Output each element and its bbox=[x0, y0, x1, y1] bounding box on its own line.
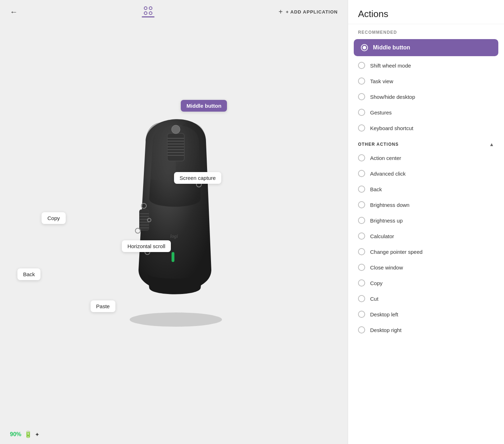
svg-point-0 bbox=[130, 312, 222, 327]
action-label-show-hide-desktop: Show/hide desktop bbox=[370, 94, 415, 100]
other-actions-title: OTHER ACTIONS bbox=[358, 142, 399, 147]
copy-label-text: Copy bbox=[47, 215, 60, 221]
other-radio-close-window bbox=[358, 264, 365, 271]
back-label: Back bbox=[17, 268, 40, 280]
add-application-button[interactable]: + + ADD APPLICATION bbox=[278, 8, 338, 16]
other-radio-change-pointer-speed bbox=[358, 248, 365, 255]
other-action-label-desktop-left: Desktop left bbox=[370, 311, 398, 317]
other-action-item-action-center[interactable]: Action center bbox=[348, 150, 504, 166]
mouse-illustration: logi bbox=[107, 99, 242, 327]
radio-show-hide-desktop bbox=[358, 93, 365, 100]
radio-gestures bbox=[358, 109, 365, 116]
other-action-label-advanced-click: Advanced click bbox=[370, 171, 406, 177]
action-item-shift-wheel[interactable]: Shift wheel mode bbox=[348, 58, 504, 73]
radio-task-view bbox=[358, 77, 365, 85]
back-button[interactable]: ← bbox=[10, 7, 18, 17]
middle-button-label-text: Middle button bbox=[186, 103, 221, 109]
copy-label: Copy bbox=[42, 212, 65, 224]
svg-point-21 bbox=[135, 228, 140, 233]
horizontal-scroll-label: Horizontal scroll bbox=[122, 240, 171, 252]
other-radio-copy bbox=[358, 279, 365, 287]
recommended-label: RECOMMENDED bbox=[348, 24, 504, 38]
middle-button-label: Middle button bbox=[181, 100, 227, 112]
action-item-keyboard-shortcut[interactable]: Keyboard shortcut bbox=[348, 120, 504, 136]
apps-icon-wrapper[interactable] bbox=[142, 6, 155, 17]
left-panel: ← + + ADD APPLICATION bbox=[0, 0, 348, 444]
other-radio-advanced-click bbox=[358, 170, 365, 177]
apps-dot-1 bbox=[144, 6, 147, 10]
apps-dot-3 bbox=[144, 11, 147, 15]
other-radio-back bbox=[358, 186, 365, 193]
action-item-gestures[interactable]: Gestures bbox=[348, 105, 504, 120]
other-action-item-desktop-left[interactable]: Desktop left bbox=[348, 306, 504, 322]
other-action-label-desktop-right: Desktop right bbox=[370, 327, 401, 333]
apps-dot-2 bbox=[149, 6, 152, 10]
other-action-label-calculator: Calculator bbox=[370, 233, 394, 239]
action-item-middle-button[interactable]: Middle button bbox=[354, 39, 498, 56]
action-label-middle-button: Middle button bbox=[373, 44, 410, 51]
other-action-item-calculator[interactable]: Calculator bbox=[348, 228, 504, 244]
other-radio-cut bbox=[358, 295, 365, 302]
action-label-keyboard-shortcut: Keyboard shortcut bbox=[370, 125, 413, 131]
other-radio-desktop-left bbox=[358, 311, 365, 318]
action-label-task-view: Task view bbox=[370, 78, 393, 84]
screen-capture-label: Screen capture bbox=[174, 172, 222, 184]
action-item-task-view[interactable]: Task view bbox=[348, 73, 504, 89]
other-action-label-cut: Cut bbox=[370, 296, 378, 302]
other-radio-desktop-right bbox=[358, 326, 365, 333]
svg-point-10 bbox=[172, 125, 180, 134]
other-action-label-brightness-down: Brightness down bbox=[370, 202, 410, 208]
other-action-item-copy[interactable]: Copy bbox=[348, 275, 504, 291]
other-radio-calculator bbox=[358, 232, 365, 240]
other-action-item-close-window[interactable]: Close window bbox=[348, 260, 504, 275]
other-action-label-copy: Copy bbox=[370, 280, 383, 286]
horizontal-scroll-label-text: Horizontal scroll bbox=[128, 243, 166, 249]
action-label-shift-wheel: Shift wheel mode bbox=[370, 63, 411, 69]
other-action-item-back[interactable]: Back bbox=[348, 181, 504, 197]
action-item-show-hide-desktop[interactable]: Show/hide desktop bbox=[348, 89, 504, 105]
bluetooth-icon: ✦ bbox=[35, 431, 39, 438]
radio-shift-wheel bbox=[358, 62, 365, 69]
chevron-up-icon[interactable]: ▲ bbox=[489, 141, 494, 147]
paste-label: Paste bbox=[91, 300, 115, 312]
other-action-item-brightness-down[interactable]: Brightness down bbox=[348, 197, 504, 213]
status-bar: 90% 🔋 ✦ bbox=[0, 425, 348, 444]
radio-keyboard-shortcut bbox=[358, 124, 365, 132]
mouse-area: logi Middle button Screen capture Copy H… bbox=[0, 24, 348, 425]
other-actions-header: OTHER ACTIONS ▲ bbox=[348, 136, 504, 150]
other-radio-brightness-down bbox=[358, 201, 365, 208]
svg-rect-24 bbox=[172, 252, 174, 262]
apps-dot-4 bbox=[149, 11, 152, 15]
other-action-label-back: Back bbox=[370, 186, 382, 192]
apps-icon bbox=[144, 6, 152, 15]
top-bar: ← + + ADD APPLICATION bbox=[0, 0, 348, 24]
other-action-label-close-window: Close window bbox=[370, 264, 403, 271]
plus-icon: + bbox=[278, 8, 283, 16]
battery-icon: 🔋 bbox=[24, 430, 32, 438]
other-radio-action-center bbox=[358, 154, 365, 161]
battery-percentage: 90% bbox=[10, 431, 21, 438]
other-action-label-brightness-up: Brightness up bbox=[370, 218, 403, 224]
other-action-label-change-pointer-speed: Change pointer speed bbox=[370, 249, 423, 255]
other-action-item-desktop-right[interactable]: Desktop right bbox=[348, 322, 504, 338]
right-panel: Actions RECOMMENDED Middle buttonShift w… bbox=[348, 0, 504, 444]
radio-inner-middle-button bbox=[363, 46, 366, 49]
other-radio-brightness-up bbox=[358, 217, 365, 224]
recommended-list: Middle buttonShift wheel modeTask viewSh… bbox=[348, 38, 504, 136]
actions-header: Actions bbox=[348, 0, 504, 24]
screen-capture-label-text: Screen capture bbox=[180, 175, 216, 181]
actions-title: Actions bbox=[358, 9, 494, 20]
other-action-item-advanced-click[interactable]: Advanced click bbox=[348, 166, 504, 181]
other-action-item-change-pointer-speed[interactable]: Change pointer speed bbox=[348, 244, 504, 260]
apps-underline bbox=[142, 16, 155, 17]
other-action-item-cut[interactable]: Cut bbox=[348, 291, 504, 306]
other-action-label-action-center: Action center bbox=[370, 155, 401, 161]
paste-label-text: Paste bbox=[96, 303, 110, 309]
other-actions-list: Action centerAdvanced clickBackBrightnes… bbox=[348, 150, 504, 338]
svg-text:logi: logi bbox=[170, 234, 178, 239]
back-label-text: Back bbox=[23, 271, 35, 277]
other-action-item-brightness-up[interactable]: Brightness up bbox=[348, 213, 504, 228]
add-app-label: + ADD APPLICATION bbox=[286, 9, 338, 15]
radio-middle-button bbox=[361, 44, 368, 51]
action-label-gestures: Gestures bbox=[370, 109, 392, 116]
